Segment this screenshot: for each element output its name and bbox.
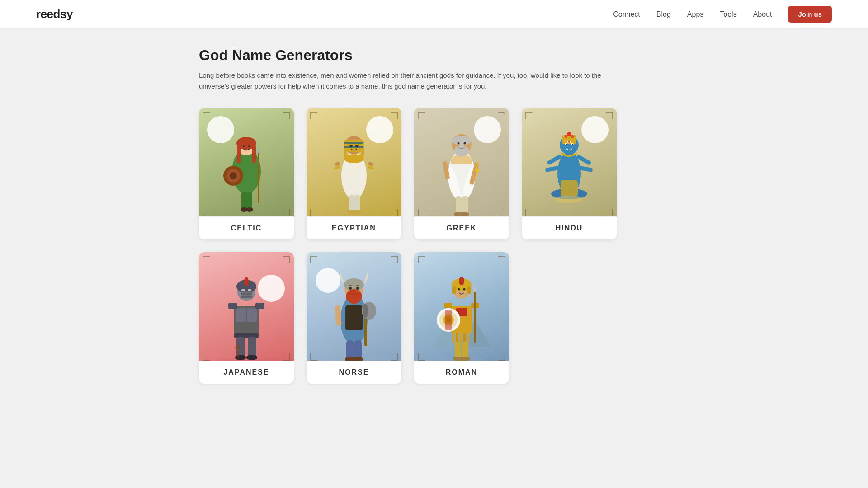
- svg-point-41: [458, 142, 460, 145]
- corner-tl: [203, 256, 210, 263]
- svg-point-55: [565, 135, 567, 138]
- corner-tl: [418, 112, 425, 119]
- svg-rect-72: [247, 308, 257, 322]
- svg-rect-12: [241, 192, 247, 210]
- cards-row-2: JAPANESE: [199, 252, 669, 384]
- card-greek[interactable]: GREEK: [414, 108, 509, 239]
- page-title: God Name Generators: [199, 47, 669, 64]
- svg-rect-46: [456, 196, 462, 214]
- main-content: God Name Generators Long before books ca…: [163, 29, 705, 423]
- svg-rect-128: [463, 333, 466, 343]
- nav-blog[interactable]: Blog: [656, 10, 671, 19]
- card-egyptian-label: EGYPTIAN: [307, 216, 401, 239]
- svg-rect-28: [334, 161, 340, 167]
- svg-rect-78: [241, 291, 252, 298]
- svg-point-6: [248, 145, 250, 147]
- svg-point-35: [353, 210, 361, 214]
- card-greek-image: [414, 108, 509, 216]
- join-button[interactable]: Join us: [788, 6, 832, 23]
- corner-tr: [391, 256, 398, 263]
- cards-row-1: CELTIC: [199, 108, 669, 239]
- svg-rect-10: [258, 149, 259, 203]
- card-celtic[interactable]: CELTIC: [199, 108, 294, 239]
- svg-rect-88: [237, 344, 239, 358]
- corner-br: [498, 209, 505, 216]
- svg-rect-13: [247, 192, 252, 210]
- svg-point-56: [571, 135, 574, 138]
- svg-point-62: [568, 141, 570, 143]
- hindu-figure: [540, 122, 599, 216]
- svg-point-17: [344, 154, 364, 163]
- card-norse-image: [307, 252, 401, 361]
- card-roman-label: ROMAN: [414, 361, 509, 384]
- corner-bl: [418, 353, 425, 361]
- svg-rect-131: [462, 342, 468, 359]
- svg-rect-73: [228, 303, 237, 309]
- svg-rect-113: [459, 277, 464, 285]
- corner-tr: [498, 256, 505, 263]
- svg-rect-23: [344, 146, 363, 148]
- nav-links: Connect Blog Apps Tools About Join us: [613, 6, 832, 23]
- svg-point-86: [235, 355, 246, 360]
- nav-tools[interactable]: Tools: [720, 10, 736, 19]
- svg-point-93: [344, 278, 364, 291]
- svg-marker-119: [473, 285, 476, 292]
- card-hindu-image: [522, 108, 617, 216]
- svg-rect-4: [252, 145, 256, 163]
- svg-point-77: [244, 277, 249, 286]
- svg-rect-125: [452, 333, 455, 343]
- nav-connect[interactable]: Connect: [613, 10, 640, 19]
- roman-figure: [432, 266, 491, 361]
- nav-about[interactable]: About: [753, 10, 772, 19]
- corner-tl: [310, 112, 317, 119]
- corner-tl: [310, 256, 317, 263]
- svg-rect-47: [462, 196, 468, 214]
- svg-point-87: [246, 355, 257, 360]
- corner-br: [283, 353, 290, 361]
- norse-figure: [325, 266, 383, 361]
- svg-rect-109: [444, 303, 452, 308]
- card-japanese[interactable]: JAPANESE: [199, 252, 294, 384]
- svg-point-39: [454, 145, 469, 156]
- svg-rect-29: [368, 161, 374, 167]
- card-norse-label: NORSE: [307, 361, 401, 384]
- svg-rect-71: [236, 308, 246, 322]
- svg-rect-74: [255, 303, 264, 309]
- card-greek-label: GREEK: [414, 216, 509, 239]
- svg-rect-31: [368, 166, 374, 170]
- corner-tl: [203, 112, 210, 119]
- svg-rect-81: [241, 289, 245, 291]
- corner-tr: [606, 112, 613, 119]
- svg-rect-32: [349, 195, 354, 212]
- svg-rect-22: [344, 142, 363, 144]
- card-japanese-label: JAPANESE: [199, 361, 294, 384]
- svg-rect-114: [452, 286, 456, 294]
- corner-br: [498, 353, 505, 361]
- corner-br: [391, 353, 398, 361]
- corner-tr: [283, 256, 290, 263]
- svg-rect-127: [459, 333, 462, 343]
- svg-point-133: [460, 357, 470, 361]
- corner-bl: [310, 353, 317, 361]
- card-hindu[interactable]: HINDU: [522, 108, 617, 239]
- svg-rect-118: [474, 288, 476, 343]
- nav-apps[interactable]: Apps: [687, 10, 703, 19]
- card-celtic-label: CELTIC: [199, 216, 294, 239]
- egyptian-figure: [325, 122, 383, 216]
- logo[interactable]: reedsy: [36, 7, 73, 21]
- svg-point-5: [243, 145, 245, 147]
- card-egyptian[interactable]: EGYPTIAN: [307, 108, 401, 239]
- corner-br: [606, 209, 613, 216]
- svg-point-117: [463, 288, 466, 291]
- svg-rect-129: [467, 333, 469, 343]
- svg-rect-33: [354, 195, 360, 212]
- svg-rect-102: [354, 340, 362, 359]
- svg-point-69: [556, 196, 583, 203]
- card-roman[interactable]: ROMAN: [414, 252, 509, 384]
- card-roman-image: [414, 252, 509, 361]
- corner-bl: [525, 209, 533, 216]
- svg-marker-11: [257, 146, 260, 153]
- card-norse[interactable]: NORSE: [307, 252, 401, 384]
- svg-rect-126: [456, 333, 458, 343]
- svg-rect-115: [467, 286, 471, 294]
